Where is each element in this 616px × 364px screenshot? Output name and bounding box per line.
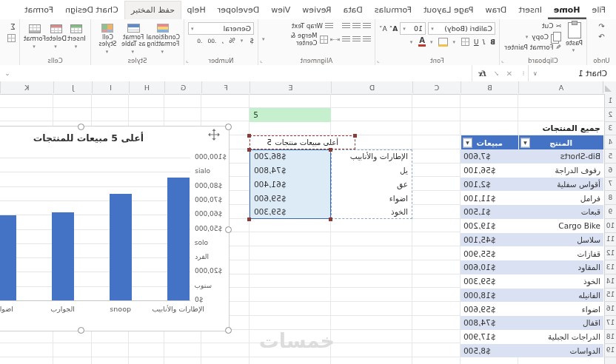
row-header-19[interactable]: 19 — [604, 344, 616, 358]
paste-button[interactable]: Paste ▾ — [566, 22, 583, 53]
table-row-sales[interactable]: $45,100 — [461, 233, 518, 247]
cell-styles-button[interactable]: Cell Styles▾ — [95, 22, 121, 55]
row-header-3[interactable]: 3 — [604, 122, 616, 136]
comma-button[interactable]: , — [221, 37, 224, 44]
enter-icon[interactable]: ✓ — [493, 70, 499, 78]
name-box[interactable]: Chart 1 ∨ — [528, 65, 616, 81]
tab-review[interactable]: Review — [296, 1, 337, 19]
align-left-button[interactable] — [363, 36, 371, 43]
column-header-H[interactable]: H — [129, 81, 164, 93]
autosum-icon[interactable]: Σ — [10, 22, 16, 32]
green-highlight-cell[interactable]: 5 — [250, 108, 331, 122]
clipboard-dialog-launcher[interactable]: ⌟ — [501, 58, 504, 64]
top5-row-name[interactable]: يل — [332, 164, 411, 178]
insert-function-icon[interactable]: fx — [479, 70, 486, 78]
alignment-dialog-launcher[interactable]: ⌟ — [260, 58, 263, 64]
tab-format[interactable]: Format — [19, 1, 59, 19]
filter-icon[interactable]: ▼ — [463, 138, 472, 147]
table-row-sales[interactable]: $8,500 — [461, 344, 518, 358]
chart-bar[interactable] — [110, 194, 132, 300]
table-row-product[interactable]: فرامل — [518, 191, 603, 205]
range-corner-handle[interactable] — [329, 218, 332, 221]
range-corner-handle[interactable] — [247, 218, 251, 221]
bar-chart[interactable]: $0سنوب$20,000الفردsolo$50,000$60,000$70,… — [0, 126, 230, 331]
top5-row-value[interactable]: $59,600 — [250, 191, 331, 205]
number-format-select[interactable]: General▾ — [188, 22, 254, 35]
tab-حفظ-المختبر[interactable]: حفظ المختبر — [124, 1, 181, 19]
row-header-2[interactable]: 2 — [604, 108, 616, 122]
table-header-product[interactable]: المنتج▼ — [518, 135, 603, 149]
range-corner-handle[interactable] — [329, 148, 332, 152]
range-corner-handle[interactable] — [247, 134, 251, 138]
row-header-15[interactable]: 15 — [604, 289, 616, 303]
cancel-icon[interactable]: ✕ — [506, 70, 512, 78]
row-header-14[interactable]: 14 — [604, 274, 616, 289]
sort-filter-icon[interactable] — [7, 34, 16, 42]
indent-buttons[interactable]: ⇤⇥ — [330, 36, 340, 43]
align-middle-button[interactable] — [352, 23, 361, 30]
font-color-button[interactable]: A — [418, 37, 426, 47]
table-row-sales[interactable]: $19,200 — [461, 219, 518, 233]
tab-insert[interactable]: Insert — [512, 1, 548, 19]
percent-button[interactable]: % — [229, 37, 235, 44]
table-row-product[interactable]: سلاسل — [518, 233, 603, 247]
italic-button[interactable]: I — [483, 38, 486, 46]
format-cells-button[interactable]: Format▾ — [24, 22, 46, 55]
move-chart-icon[interactable] — [208, 129, 220, 143]
table-row-product[interactable]: اقفال — [518, 316, 603, 330]
tab-chart-design[interactable]: Chart Design — [59, 1, 124, 19]
table-row-sales[interactable]: $17,900 — [461, 330, 518, 344]
column-header-D[interactable]: D — [331, 81, 412, 93]
increase-decimal-button[interactable]: .00 — [207, 38, 216, 44]
column-header-B[interactable]: B — [461, 81, 518, 93]
chart-selection-handle[interactable] — [78, 327, 84, 334]
table-row-sales[interactable]: $56,100 — [461, 164, 518, 178]
top5-row-name[interactable]: عق — [332, 178, 411, 192]
format-painter-button[interactable]: ✎Format Painter — [504, 44, 561, 51]
currency-button[interactable]: $ — [250, 37, 254, 44]
align-top-button[interactable] — [363, 23, 371, 30]
table-row-sales[interactable]: $7,600 — [461, 149, 518, 164]
table-row-sales[interactable]: $2,100 — [461, 178, 518, 192]
top5-row-value[interactable]: $59,300 — [250, 205, 331, 219]
row-header-8[interactable]: 8 — [604, 191, 616, 205]
increase-font-button[interactable]: A˄ — [389, 25, 398, 33]
tab-view[interactable]: View — [265, 1, 296, 19]
chart-selection-handle[interactable] — [225, 327, 232, 334]
tab-draw[interactable]: Draw — [480, 1, 513, 19]
column-header-I[interactable]: I — [92, 81, 129, 93]
formula-input[interactable] — [15, 65, 472, 81]
align-right-button[interactable] — [342, 36, 350, 43]
align-bottom-button[interactable] — [342, 23, 350, 30]
table-header-sales[interactable]: مبيعات▼ — [461, 135, 518, 149]
row-header-7[interactable]: 7 — [604, 178, 616, 192]
table-row-sales[interactable]: $1,500 — [461, 205, 518, 219]
table-row-sales[interactable]: $18,000 — [461, 289, 518, 303]
table-row-product[interactable]: الدراجات الجبلية — [518, 330, 603, 344]
decrease-decimal-button[interactable]: .0 — [197, 38, 202, 44]
chart-selection-handle[interactable] — [78, 124, 84, 130]
tab-file[interactable]: File — [586, 1, 612, 19]
table-row-product[interactable]: الدواسات — [518, 344, 603, 358]
top5-row-name[interactable]: الخوذ — [332, 205, 411, 219]
column-header-K[interactable]: K — [0, 81, 53, 93]
range-corner-handle[interactable] — [247, 148, 251, 152]
table-row-product[interactable]: أقواس سفلية — [518, 178, 603, 192]
format-as-table-button[interactable]: Format as Table▾ — [121, 22, 147, 55]
underline-button[interactable]: U — [474, 38, 479, 46]
row-header-20[interactable] — [604, 357, 616, 364]
table-row-product[interactable]: قبعات — [518, 205, 603, 219]
top5-row-name[interactable]: اضواء — [332, 191, 411, 205]
top5-title-cell[interactable]: أعلى مبيعات منتجات5 — [250, 135, 355, 149]
row-header-1[interactable]: 1 — [604, 94, 616, 108]
row-header-10[interactable]: 10 — [604, 219, 616, 233]
delete-cells-button[interactable]: Delete▾ — [46, 22, 67, 55]
row-header-6[interactable]: 6 — [604, 164, 616, 178]
range-corner-handle[interactable] — [353, 134, 357, 138]
row-header-17[interactable]: 17 — [604, 316, 616, 330]
table-row-product[interactable]: Bib-Shorts — [518, 149, 603, 164]
row-header-4[interactable]: 4 — [604, 135, 616, 149]
chart-selection-handle[interactable] — [225, 226, 232, 233]
row-header-11[interactable]: 11 — [604, 233, 616, 247]
filter-icon[interactable]: ▼ — [520, 138, 530, 147]
